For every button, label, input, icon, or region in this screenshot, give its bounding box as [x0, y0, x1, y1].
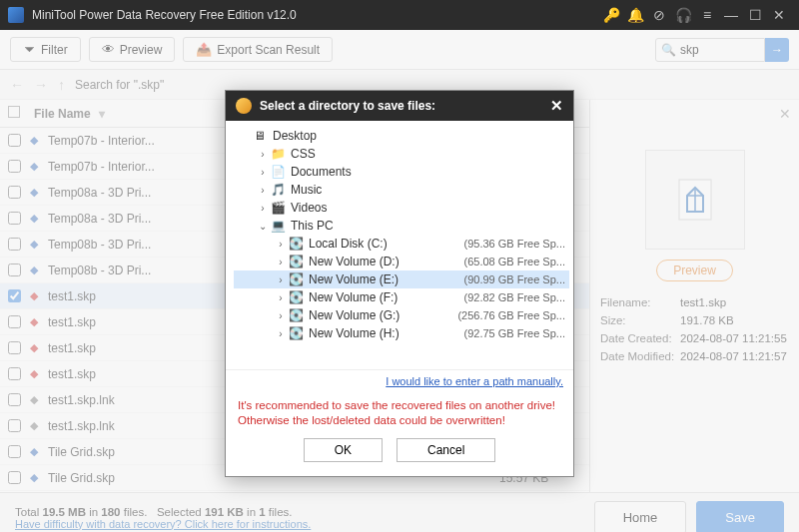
tree-caret-icon[interactable]: ›: [256, 203, 270, 214]
tree-node[interactable]: ⌄💻This PC: [234, 217, 569, 235]
tree-label: Local Disk (C:): [309, 237, 464, 251]
tree-node[interactable]: ›💽Local Disk (C:)(95.36 GB Free Sp...: [234, 235, 569, 253]
tree-node[interactable]: ›💽New Volume (H:)(92.75 GB Free Sp...: [234, 324, 569, 342]
tree-doc-icon: 📄: [270, 165, 286, 179]
tree-caret-icon[interactable]: ›: [274, 239, 288, 250]
tree-caret-icon[interactable]: ›: [274, 310, 288, 321]
tree-free-space: (92.75 GB Free Sp...: [464, 327, 566, 339]
tree-caret-icon[interactable]: ›: [256, 185, 270, 196]
tree-caret-icon[interactable]: ⌄: [256, 221, 270, 232]
tree-drive-icon: 💽: [288, 290, 304, 304]
tree-caret-icon[interactable]: ›: [256, 167, 270, 178]
tree-desktop-icon: 🖥: [252, 129, 268, 143]
tree-free-space: (92.82 GB Free Sp...: [464, 291, 566, 303]
tree-node[interactable]: ›💽New Volume (G:)(256.76 GB Free Sp...: [234, 306, 569, 324]
tree-caret-icon[interactable]: ›: [274, 274, 288, 285]
tree-node[interactable]: ›💽New Volume (D:)(65.08 GB Free Sp...: [234, 253, 569, 270]
tree-node[interactable]: ›🎬Videos: [234, 199, 569, 217]
tree-label: New Volume (D:): [309, 255, 464, 268]
tree-label: Desktop: [273, 129, 565, 143]
tree-free-space: (65.08 GB Free Sp...: [464, 256, 566, 267]
app-logo-icon: [8, 7, 24, 23]
tree-caret-icon[interactable]: ›: [274, 257, 288, 267]
tree-free-space: (95.36 GB Free Sp...: [464, 238, 566, 250]
tree-node[interactable]: ›💽New Volume (F:)(92.82 GB Free Sp...: [234, 288, 569, 306]
tree-label: Documents: [291, 165, 565, 179]
manual-path-link[interactable]: I would like to enter a path manually.: [386, 375, 563, 387]
tree-free-space: (256.76 GB Free Sp...: [457, 309, 565, 321]
menu-icon[interactable]: ≡: [695, 7, 719, 23]
tree-drive-icon: 💽: [288, 272, 304, 286]
tree-video-icon: 🎬: [270, 201, 286, 215]
modal-title: Select a directory to save files:: [260, 99, 435, 113]
tree-drive-icon: 💽: [288, 326, 304, 340]
tree-label: This PC: [291, 219, 565, 233]
tree-drive-icon: 💽: [288, 255, 304, 268]
tree-node[interactable]: 🖥Desktop: [234, 127, 569, 145]
tree-label: Videos: [291, 201, 565, 215]
tree-node[interactable]: ›📁CSS: [234, 145, 569, 163]
maximize-icon[interactable]: ☐: [743, 7, 767, 23]
tree-node[interactable]: ›🎵Music: [234, 181, 569, 199]
modal-cancel-button[interactable]: Cancel: [397, 438, 495, 462]
tree-label: New Volume (H:): [309, 326, 464, 340]
tree-drive-icon: 💽: [288, 237, 304, 251]
directory-tree: 🖥Desktop›📁CSS›📄Documents›🎵Music›🎬Videos⌄…: [226, 121, 573, 370]
modal-ok-button[interactable]: OK: [304, 438, 383, 462]
window-title: MiniTool Power Data Recovery Free Editio…: [32, 8, 599, 22]
headset-icon[interactable]: 🎧: [671, 7, 695, 23]
tree-label: New Volume (G:): [309, 308, 457, 322]
tree-caret-icon[interactable]: ›: [274, 292, 288, 303]
tree-drive-icon: 💽: [288, 308, 304, 322]
tree-caret-icon[interactable]: ›: [274, 328, 288, 339]
bell-icon[interactable]: 🔔: [623, 7, 647, 23]
key-icon[interactable]: 🔑: [599, 7, 623, 23]
tree-music-icon: 🎵: [270, 183, 286, 197]
tree-label: Music: [291, 183, 565, 197]
modal-app-icon: [236, 98, 252, 114]
tree-node[interactable]: ›💽New Volume (E:)(90.99 GB Free Sp...: [234, 270, 569, 288]
tree-free-space: (90.99 GB Free Sp...: [464, 273, 566, 285]
titlebar: MiniTool Power Data Recovery Free Editio…: [0, 0, 799, 30]
modal-header: Select a directory to save files: ✕: [226, 91, 573, 121]
tree-pc-icon: 💻: [270, 219, 286, 233]
minimize-icon[interactable]: —: [719, 7, 743, 23]
tree-label: New Volume (F:): [309, 290, 464, 304]
save-directory-modal: Select a directory to save files: ✕ 🖥Des…: [225, 90, 574, 477]
tree-label: New Volume (E:): [309, 272, 464, 286]
close-icon[interactable]: ✕: [767, 7, 791, 23]
tree-caret-icon[interactable]: ›: [256, 149, 270, 160]
tree-label: CSS: [291, 147, 565, 161]
tree-folder-icon: 📁: [270, 147, 286, 161]
modal-close-icon[interactable]: ✕: [550, 97, 563, 115]
disc-icon[interactable]: ⊘: [647, 7, 671, 23]
overwrite-warning: It's recommended to save the recovered f…: [226, 392, 573, 438]
tree-node[interactable]: ›📄Documents: [234, 163, 569, 181]
